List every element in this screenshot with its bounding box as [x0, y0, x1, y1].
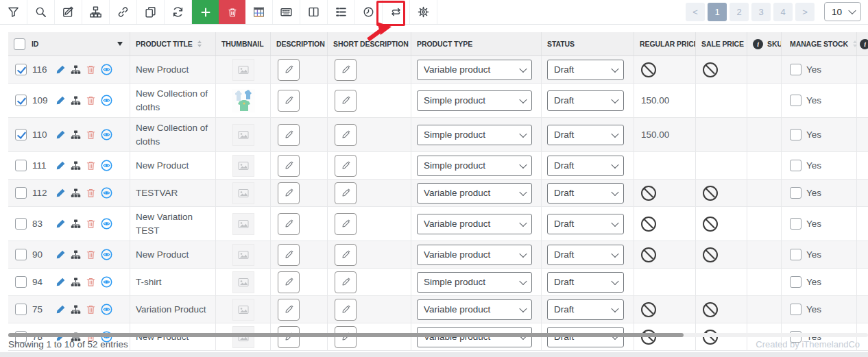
description-edit-button[interactable] [278, 244, 300, 266]
edit-icon[interactable] [56, 64, 66, 75]
description-edit-button[interactable] [278, 182, 300, 204]
thumbnail-image[interactable] [232, 89, 255, 112]
history-button[interactable] [355, 0, 383, 24]
product-type-select[interactable]: Simple product [417, 90, 532, 111]
pagination-page-3[interactable]: 3 [751, 3, 771, 21]
variations-icon[interactable] [71, 277, 81, 287]
thumbnail-placeholder-icon[interactable] [232, 271, 254, 293]
thumbnail-placeholder-icon[interactable] [232, 124, 254, 146]
short-description-edit-button[interactable] [335, 182, 357, 204]
delete-icon[interactable] [86, 160, 96, 171]
header-regular-price[interactable]: REGULAR PRICE [634, 32, 696, 56]
description-edit-button[interactable] [278, 59, 300, 81]
delete-icon[interactable] [86, 277, 96, 287]
preview-icon[interactable] [101, 218, 112, 230]
manage-stock-checkbox[interactable] [790, 95, 801, 106]
edit-icon[interactable] [56, 130, 66, 140]
thumbnail-placeholder-icon[interactable] [232, 182, 254, 204]
variations-icon[interactable] [71, 249, 81, 260]
scrollbar-thumb[interactable] [8, 333, 684, 337]
edit-icon[interactable] [56, 304, 66, 315]
horizontal-scrollbar[interactable] [8, 333, 868, 337]
pagination-page-2[interactable]: 2 [730, 3, 749, 21]
status-select[interactable]: Draft [547, 183, 624, 204]
row-select-checkbox[interactable] [15, 276, 27, 288]
variations-icon[interactable] [71, 304, 81, 315]
short-description-edit-button[interactable] [335, 299, 357, 321]
description-edit-button[interactable] [278, 90, 300, 112]
variations-icon[interactable] [71, 130, 81, 140]
product-type-select[interactable]: Simple product [417, 156, 532, 176]
row-select-checkbox[interactable] [15, 187, 27, 199]
manage-stock-checkbox[interactable] [790, 218, 801, 230]
edit-icon[interactable] [56, 160, 66, 171]
header-sale-price[interactable]: SALE PRICE [696, 32, 747, 56]
status-select[interactable]: Draft [547, 156, 624, 176]
variations-icon[interactable] [71, 64, 81, 75]
short-description-edit-button[interactable] [335, 244, 357, 266]
row-select-checkbox[interactable] [15, 129, 27, 140]
list-view-button[interactable] [328, 0, 355, 24]
delete-icon[interactable] [86, 304, 96, 315]
description-edit-button[interactable] [278, 155, 300, 177]
variations-icon[interactable] [71, 219, 81, 229]
pagination-page-1[interactable]: 1 [708, 3, 727, 21]
filter-button[interactable] [0, 0, 27, 24]
sync-button[interactable] [383, 0, 410, 24]
delete-icon[interactable] [86, 188, 96, 198]
status-select[interactable]: Draft [547, 90, 624, 111]
preview-icon[interactable] [101, 187, 112, 199]
preview-icon[interactable] [101, 95, 112, 106]
short-description-edit-button[interactable] [335, 155, 357, 177]
manage-stock-checkbox[interactable] [790, 64, 801, 75]
delete-products-button[interactable] [219, 0, 245, 24]
product-type-select[interactable]: Variable product [417, 183, 532, 204]
row-select-checkbox[interactable] [15, 95, 27, 106]
delete-icon[interactable] [86, 249, 96, 260]
edit-icon[interactable] [56, 219, 66, 229]
delete-icon[interactable] [86, 64, 96, 75]
product-type-select[interactable]: Variable product [417, 299, 532, 320]
bind-edit-button[interactable] [110, 0, 137, 24]
short-description-edit-button[interactable] [335, 213, 357, 235]
edit-icon[interactable] [56, 188, 66, 198]
thumbnail-placeholder-icon[interactable] [232, 155, 254, 177]
edit-icon[interactable] [56, 95, 66, 106]
status-select[interactable]: Draft [547, 299, 624, 320]
pagination-page-4[interactable]: 4 [773, 3, 793, 21]
edit-icon[interactable] [56, 249, 66, 260]
manage-stock-checkbox[interactable] [790, 304, 801, 315]
row-select-checkbox[interactable] [15, 218, 27, 230]
delete-icon[interactable] [86, 219, 96, 229]
settings-button[interactable] [410, 0, 437, 24]
status-select[interactable]: Draft [547, 245, 624, 265]
status-select[interactable]: Draft [547, 272, 624, 293]
variations-icon[interactable] [71, 160, 81, 171]
pagination-next[interactable]: > [795, 3, 815, 21]
thumbnail-placeholder-icon[interactable] [232, 59, 254, 81]
header-sku[interactable]: i SKU [747, 32, 782, 56]
edit-icon[interactable] [56, 277, 66, 287]
quick-edit-button[interactable] [273, 0, 300, 24]
preview-icon[interactable] [101, 64, 112, 75]
preview-icon[interactable] [101, 160, 112, 171]
product-type-select[interactable]: Simple product [417, 125, 532, 145]
row-select-checkbox[interactable] [15, 304, 27, 315]
short-description-edit-button[interactable] [335, 59, 357, 81]
variations-icon[interactable] [71, 95, 81, 106]
short-description-edit-button[interactable] [335, 124, 357, 146]
row-select-checkbox[interactable] [15, 249, 27, 260]
duplicate-button[interactable] [137, 0, 165, 24]
manage-stock-checkbox[interactable] [790, 187, 801, 199]
preview-icon[interactable] [101, 276, 112, 288]
delete-icon[interactable] [86, 95, 96, 106]
description-edit-button[interactable] [278, 299, 300, 321]
short-description-edit-button[interactable] [335, 271, 357, 293]
description-edit-button[interactable] [278, 213, 300, 235]
variations-button[interactable] [82, 0, 110, 24]
select-all-checkbox[interactable] [14, 38, 25, 50]
thumbnail-placeholder-icon[interactable] [232, 299, 254, 321]
column-manager-button[interactable] [300, 0, 328, 24]
product-type-select[interactable]: Simple product [417, 272, 532, 293]
status-select[interactable]: Draft [547, 214, 624, 234]
